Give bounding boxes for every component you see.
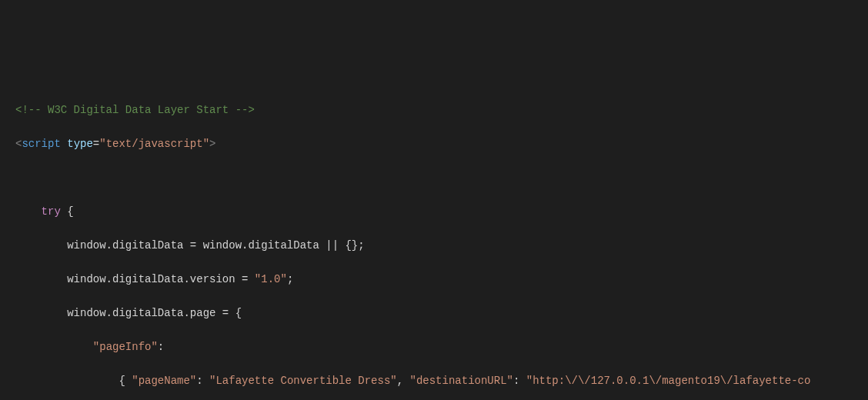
code-line: <!-- W3C Digital Data Layer Start --> [0, 102, 868, 118]
code-line [0, 169, 868, 186]
code-line: "pageInfo": [0, 338, 868, 355]
code-line: window.digitalData = window.digitalData … [0, 237, 868, 254]
code-line: window.digitalData.version = "1.0"; [0, 271, 868, 288]
code-line: { "pageName": "Lafayette Convertible Dre… [0, 372, 868, 389]
code-line: try { [0, 203, 868, 220]
code-line: <script type="text/javascript"> [0, 135, 868, 152]
code-line: window.digitalData.page = { [0, 305, 868, 322]
code-editor[interactable]: <!-- W3C Digital Data Layer Start --> <s… [0, 85, 868, 400]
